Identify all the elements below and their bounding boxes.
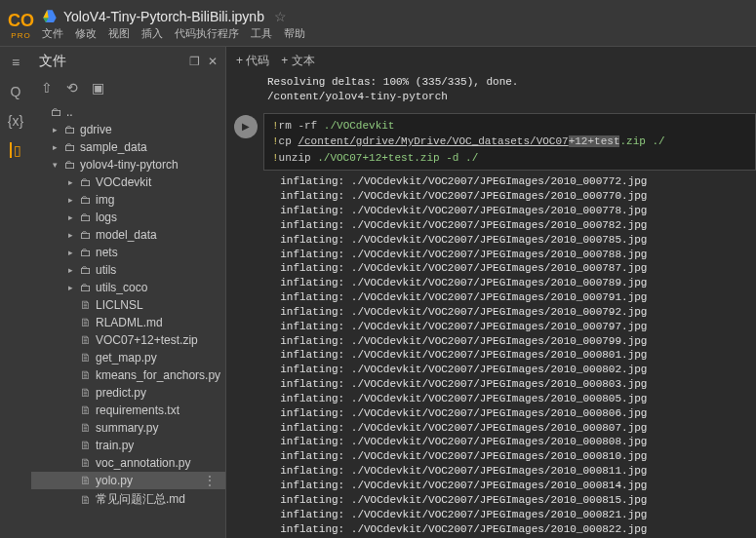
tree-arrow-icon[interactable]: ▾ [49, 160, 60, 170]
tree-label: LICLNSL [96, 298, 143, 312]
output-line: inflating: ./VOCdevkit/VOC2007/JPEGImage… [267, 377, 756, 392]
tree-arrow-icon[interactable]: ▸ [64, 212, 76, 222]
menu-工具[interactable]: 工具 [251, 26, 272, 41]
file-icon: 🗎 [80, 404, 92, 417]
logo-sub: PRO [11, 31, 30, 40]
run-cell-button[interactable]: ▶ [234, 115, 258, 138]
tree-arrow-icon[interactable]: ▸ [49, 125, 60, 134]
file-row[interactable]: 🗎常见问题汇总.md [31, 489, 225, 510]
menu-代码执行程序[interactable]: 代码执行程序 [175, 26, 239, 41]
tree-arrow-icon[interactable]: ▸ [49, 142, 60, 152]
menu-视图[interactable]: 视图 [108, 26, 130, 41]
close-icon[interactable]: ✕ [208, 55, 218, 68]
file-icon: 🗎 [80, 386, 92, 400]
folder-row[interactable]: ▸🗀sample_data [31, 138, 225, 156]
add-text-button[interactable]: + 文本 [281, 53, 314, 69]
file-row[interactable]: 🗎predict.py [31, 384, 225, 402]
menu-修改[interactable]: 修改 [75, 26, 97, 41]
folder-row[interactable]: ▸🗀utils [31, 261, 225, 279]
popout-icon[interactable]: ❐ [189, 55, 200, 68]
output-line: inflating: ./VOCdevkit/VOC2007/JPEGImage… [267, 421, 756, 436]
output-line: inflating: ./VOCdevkit/VOC2007/JPEGImage… [267, 334, 756, 349]
output-line: inflating: ./VOCdevkit/VOC2007/JPEGImage… [267, 174, 756, 189]
menu-bar: 文件修改视图插入代码执行程序工具帮助 [42, 26, 305, 41]
file-row[interactable]: 🗎RLADML.md [31, 314, 225, 331]
file-tree[interactable]: 🗀..▸🗀gdrive▸🗀sample_data▾🗀yolov4-tiny-py… [31, 101, 225, 538]
output-line: inflating: ./VOCdevkit/VOC2007/JPEGImage… [267, 261, 756, 276]
tree-arrow-icon[interactable]: ▸ [64, 283, 76, 292]
folder-icon: 🗀 [64, 140, 76, 154]
folder-icon: 🗀 [80, 211, 92, 224]
code-line[interactable]: !unzip ./VOC07+12+test.zip -d ./ [272, 150, 747, 167]
folder-row[interactable]: ▸🗀img [31, 191, 225, 209]
code-cell[interactable]: ▶ !rm -rf ./VOCdevkit!cp /content/gdrive… [232, 113, 756, 172]
star-icon[interactable]: ☆ [274, 9, 287, 24]
file-row[interactable]: 🗎yolo.py⋮ [31, 472, 225, 489]
file-row[interactable]: 🗎voc_annotation.py [31, 454, 225, 472]
menu-插入[interactable]: 插入 [141, 26, 163, 41]
file-icon: 🗎 [80, 316, 92, 329]
tree-label: summary.py [96, 421, 158, 435]
notebook-title[interactable]: YoloV4-Tiny-Pytorch-BiliBili.ipynb [63, 9, 264, 24]
folder-row[interactable]: ▸🗀gdrive [31, 121, 225, 138]
tree-arrow-icon[interactable]: ▸ [64, 230, 76, 240]
file-row[interactable]: 🗎get_map.py [31, 349, 225, 366]
add-code-button[interactable]: + 代码 [236, 53, 269, 69]
upload-icon[interactable]: ⇧ [41, 80, 53, 96]
output-line: inflating: ./VOCdevkit/VOC2007/JPEGImage… [267, 320, 756, 334]
code-line[interactable]: !cp /content/gdrive/MyDrive/VOC_datasets… [272, 134, 747, 150]
logo-text: CO [8, 11, 34, 31]
output-line: inflating: ./VOCdevkit/VOC2007/JPEGImage… [267, 363, 756, 377]
file-row[interactable]: 🗎requirements.txt [31, 402, 225, 419]
file-panel-title: 文件 [39, 53, 174, 70]
menu-帮助[interactable]: 帮助 [284, 26, 305, 41]
output-line: inflating: ./VOCdevkit/VOC2007/JPEGImage… [267, 218, 756, 233]
output-line: inflating: ./VOCdevkit/VOC2007/JPEGImage… [267, 508, 756, 522]
notebook-content[interactable]: Resolving deltas: 100% (335/335), done./… [226, 75, 756, 538]
notebook-toolbar: + 代码+ 文本 [226, 47, 756, 75]
code-line[interactable]: !rm -rf ./VOCdevkit [272, 118, 747, 134]
tree-arrow-icon[interactable]: ▸ [64, 248, 76, 257]
file-row[interactable]: 🗎train.py [31, 437, 225, 454]
file-icon: 🗎 [80, 493, 92, 507]
output-line: /content/yolov4-tiny-pytorch [232, 90, 756, 104]
tree-arrow-icon[interactable]: ▸ [64, 265, 76, 275]
folder-row[interactable]: ▸🗀logs [31, 209, 225, 226]
file-row[interactable]: 🗎summary.py [31, 419, 225, 437]
file-row[interactable]: 🗎kmeans_for_anchors.py [31, 366, 225, 384]
file-toolbar: ⇧⟲▣ [31, 76, 225, 101]
main-area: ≡Q{x}▯ 文件 ❐✕ ⇧⟲▣ 🗀..▸🗀gdrive▸🗀sample_dat… [0, 47, 756, 538]
folder-row[interactable]: ▸🗀utils_coco [31, 279, 225, 296]
output-line: inflating: ./VOCdevkit/VOC2007/JPEGImage… [267, 392, 756, 406]
folder-icon: 🗀 [80, 246, 92, 259]
file-row[interactable]: 🗎LICLNSL [31, 296, 225, 314]
tree-label: utils_coco [96, 281, 147, 294]
folder-row[interactable]: 🗀.. [31, 103, 225, 121]
folder-row[interactable]: ▾🗀yolov4-tiny-pytorch [31, 156, 225, 173]
app-header: CO PRO YoloV4-Tiny-Pytorch-BiliBili.ipyn… [0, 0, 756, 47]
file-panel-header: 文件 ❐✕ [31, 47, 225, 76]
file-icon: 🗎 [80, 456, 92, 470]
folder-row[interactable]: ▸🗀nets [31, 244, 225, 261]
file-row[interactable]: 🗎VOC07+12+test.zip [31, 331, 225, 349]
cell-editor[interactable]: !rm -rf ./VOCdevkit!cp /content/gdrive/M… [263, 113, 756, 172]
search-icon[interactable]: Q [11, 84, 21, 99]
menu-文件[interactable]: 文件 [42, 26, 63, 41]
output-line: inflating: ./VOCdevkit/VOC2007/JPEGImage… [267, 464, 756, 479]
tree-arrow-icon[interactable]: ▸ [64, 177, 76, 187]
tree-arrow-icon[interactable]: ▸ [64, 195, 76, 205]
vars-icon[interactable]: {x} [8, 113, 23, 129]
tree-label: voc_annotation.py [96, 456, 190, 470]
output-line: inflating: ./VOCdevkit/VOC2007/JPEGImage… [267, 305, 756, 320]
files-icon[interactable]: ▯ [10, 142, 21, 158]
mount-drive-icon[interactable]: ▣ [92, 80, 104, 96]
tree-label: logs [96, 211, 117, 224]
title-row: YoloV4-Tiny-Pytorch-BiliBili.ipynb ☆ [42, 9, 305, 24]
refresh-icon[interactable]: ⟲ [66, 80, 78, 96]
menu-icon[interactable]: ≡ [12, 55, 20, 70]
folder-row[interactable]: ▸🗀model_data [31, 226, 225, 244]
tree-label: train.py [96, 439, 134, 452]
header-main: YoloV4-Tiny-Pytorch-BiliBili.ipynb ☆ 文件修… [42, 9, 305, 41]
more-icon[interactable]: ⋮ [204, 474, 221, 487]
folder-row[interactable]: ▸🗀VOCdevkit [31, 173, 225, 191]
